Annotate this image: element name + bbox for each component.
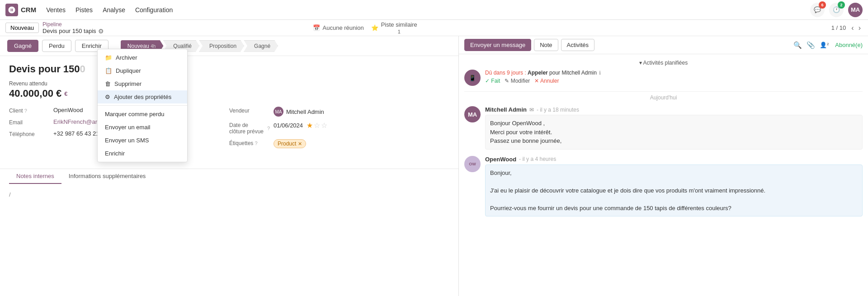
msg-header-0: Mitchell Admin ✉ - il y a 18 minutes <box>485 106 863 113</box>
dropdown-envoyer-sms[interactable]: Envoyer un SMS <box>98 134 187 147</box>
tab-additional-info[interactable]: Informations supplémentaires <box>61 169 153 184</box>
lost-button[interactable]: Perdu <box>42 40 71 52</box>
new-button[interactable]: Nouveau <box>5 23 39 33</box>
msg-time-0: - il y a 18 minutes <box>537 107 579 113</box>
tag-close-button[interactable]: ✕ <box>298 141 302 147</box>
activity-badge: 2 <box>838 1 845 9</box>
search-icon[interactable]: 🔍 <box>793 41 802 49</box>
next-arrow[interactable]: › <box>857 23 863 33</box>
send-message-button[interactable]: Envoyer un message <box>464 39 531 51</box>
marquer-perdu-label: Marquer comme perdu <box>105 111 165 117</box>
star-2[interactable]: ☆ <box>314 121 320 130</box>
dropdown-dupliquer[interactable]: 📋 Dupliquer <box>98 64 187 77</box>
form-grid: Client ? OpenWood Email ErikNFrench@army… <box>9 107 449 153</box>
tabs-bar: Notes internes Informations supplémentai… <box>0 169 458 184</box>
client-help[interactable]: ? <box>24 108 27 113</box>
activities-button[interactable]: Activités <box>561 39 594 51</box>
nav-analyse[interactable]: Analyse <box>102 5 126 15</box>
star-1[interactable]: ★ <box>307 121 313 130</box>
tab-content: / <box>0 184 458 296</box>
currency-button[interactable]: € <box>64 90 67 97</box>
nav-pistes[interactable]: Pistes <box>75 5 94 15</box>
edit-action[interactable]: ✎ Modifier <box>505 78 530 84</box>
followers-icon[interactable]: 👤² <box>820 42 829 48</box>
nav-configuration[interactable]: Configuration <box>134 5 174 15</box>
close-date-help[interactable]: ? <box>267 126 270 131</box>
dropdown-envoyer-email[interactable]: Envoyer un email <box>98 121 187 134</box>
msg-avatar-1: OW <box>464 156 481 172</box>
dropdown-archiver[interactable]: 📁 Archiver <box>98 51 187 64</box>
done-action[interactable]: ✓ Fait <box>485 78 500 84</box>
phone-label: Téléphone <box>9 130 50 137</box>
etiquettes-row: Étiquettes ? Product ✕ <box>229 139 440 148</box>
envoyer-email-label: Envoyer un email <box>105 124 150 131</box>
tab-internal-notes[interactable]: Notes internes <box>9 169 61 184</box>
envoyer-sms-label: Envoyer un SMS <box>105 137 149 144</box>
paperclip-icon[interactable]: 📎 <box>807 41 815 49</box>
chatter-panel: Envoyer un message Note Activités 🔍 📎 👤²… <box>459 36 868 296</box>
msg-body-0: Bonjour OpenWood , Merci pour votre inté… <box>485 115 863 150</box>
meeting-button[interactable]: 📅 Aucune réunion <box>313 24 364 31</box>
left-panel: Gagné Perdu Enrichir Nouveau 4h Qualifié… <box>0 36 459 296</box>
similar-label: Piste similaire 1 <box>381 21 417 35</box>
chat-icon-button[interactable]: 💬 6 <box>810 3 825 17</box>
top-navigation: CRM Ventes Pistes Analyse Configuration … <box>0 0 868 20</box>
activity-avatar: 📱 <box>464 70 481 86</box>
pipeline-breadcrumb[interactable]: Pipeline <box>42 21 104 28</box>
delete-icon: 🗑 <box>105 80 111 87</box>
message-item-1: OW OpenWood - il y a 4 heures Bonjour, J… <box>464 156 863 217</box>
stage-proposition[interactable]: Proposition <box>199 40 244 52</box>
archiver-label: Archiver <box>116 54 137 61</box>
email-label: Email <box>9 118 50 126</box>
dropdown-enrichir[interactable]: Enrichir <box>98 147 187 160</box>
msg-content-0: Mitchell Admin ✉ - il y a 18 minutes Bon… <box>485 106 863 150</box>
breadcrumb: Pipeline Devis pour 150 tapis ⚙ <box>42 21 104 35</box>
dropdown-supprimer[interactable]: 🗑 Supprimer <box>98 77 187 90</box>
activity-icon-button[interactable]: 🕐 2 <box>829 3 844 17</box>
note-button[interactable]: Note <box>534 39 558 51</box>
close-date-value: 01/06/2024 ★ ☆ ☆ <box>274 121 327 130</box>
crm-logo[interactable]: CRM <box>5 4 36 16</box>
prev-arrow[interactable]: ‹ <box>849 23 855 33</box>
calendar-icon: 📅 <box>313 24 320 31</box>
subscribed-button[interactable]: Abonné(e) <box>835 42 863 48</box>
info-icon[interactable]: ℹ <box>599 70 601 75</box>
activity-item: 📱 Dû dans 9 jours : Appeler pour Mitchel… <box>464 70 863 86</box>
star-icon: ⭐ <box>371 24 378 31</box>
form-right-section: Vendeur MA Mitchell Admin Date de clôtur… <box>229 107 449 153</box>
etiquettes-help[interactable]: ? <box>255 141 257 146</box>
activity-action-name: Appeler <box>528 70 548 76</box>
dupliquer-label: Dupliquer <box>116 67 141 74</box>
etiquettes-value: Product ✕ <box>274 139 306 148</box>
star-3[interactable]: ☆ <box>321 121 327 130</box>
chatter-body: ▾ Activités planifiées 📱 Dû dans 9 jours… <box>459 54 868 296</box>
phone-value[interactable]: +32 987 65 43 21 <box>53 130 99 137</box>
close-date-row: Date de clôture prévue ? 01/06/2024 ★ ☆ … <box>229 121 440 135</box>
crm-logo-text: CRM <box>21 6 36 14</box>
properties-icon: ⚙ <box>105 94 110 100</box>
dropdown-ajouter-proprietes[interactable]: ⚙ Ajouter des propriétés <box>98 90 187 103</box>
planned-activities-header: ▾ Activités planifiées <box>464 58 863 70</box>
dropdown-marquer-perdu[interactable]: Marquer comme perdu <box>98 108 187 121</box>
chatter-icons: 🔍 📎 👤² <box>793 41 829 49</box>
activity-for-label: pour <box>549 70 560 76</box>
form-content: Devis pour 1500 Revenu attendu 40.000,00… <box>0 56 458 169</box>
stage-gagne[interactable]: Gagné <box>244 40 278 52</box>
msg-avatar-0: MA <box>464 106 481 122</box>
activity-actions: ✓ Fait ✎ Modifier ✕ Annuler <box>485 78 863 84</box>
user-avatar[interactable]: MA <box>848 3 863 17</box>
record-title-breadcrumb: Devis pour 150 tapis <box>42 28 96 34</box>
nav-ventes[interactable]: Ventes <box>45 5 66 15</box>
won-button[interactable]: Gagné <box>7 40 38 52</box>
msg-author-1: OpenWood <box>485 156 516 163</box>
vendor-label: Vendeur <box>229 107 270 114</box>
gear-icon[interactable]: ⚙ <box>98 28 104 35</box>
message-item-0: MA Mitchell Admin ✉ - il y a 18 minutes … <box>464 106 863 150</box>
enrichir-label: Enrichir <box>105 150 125 157</box>
meeting-label: Aucune réunion <box>323 24 364 31</box>
cancel-action[interactable]: ✕ Annuler <box>534 78 559 84</box>
nav-right: 💬 6 🕐 2 MA <box>810 3 863 17</box>
similar-lead-button[interactable]: ⭐ Piste similaire 1 <box>371 21 417 35</box>
client-value[interactable]: OpenWood <box>53 107 83 113</box>
supprimer-label: Supprimer <box>114 80 142 87</box>
